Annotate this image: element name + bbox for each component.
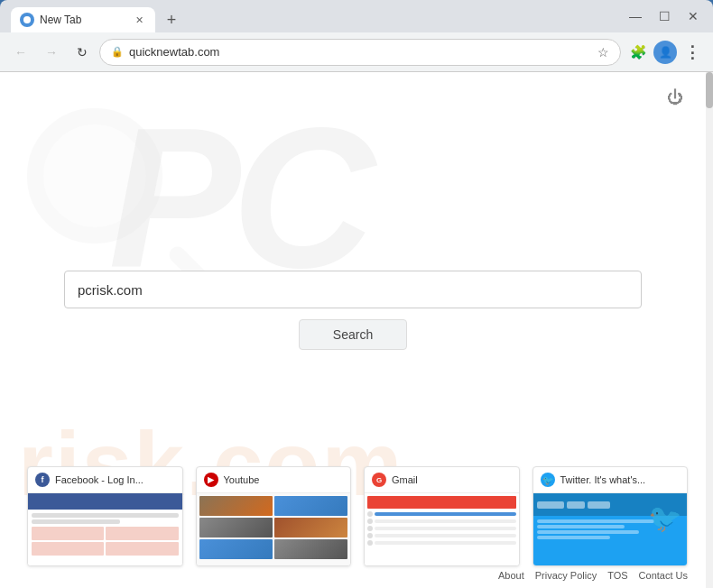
gm-header [367, 496, 516, 509]
fb-cell-2 [106, 527, 178, 540]
tab-title: New Tab [40, 14, 126, 26]
gm-row-1 [367, 511, 516, 517]
tab-new-tab[interactable]: New Tab ✕ [11, 7, 155, 32]
address-text: quicknewtab.com [129, 45, 592, 59]
gm-line-4 [375, 534, 516, 537]
back-button[interactable]: ← [7, 39, 34, 66]
gm-dot-4 [367, 533, 373, 538]
footer-links: About Privacy Policy TOS Contact Us [498, 570, 688, 581]
fb-bar-1 [32, 513, 179, 518]
search-input-value: pcrisk.com [78, 282, 143, 298]
gm-dot-3 [367, 526, 373, 531]
thumbnail-label-facebook: Facebook - Log In... [55, 474, 144, 485]
search-section: pcrisk.com Search [0, 271, 706, 350]
yt-thumb-1 [199, 496, 273, 516]
refresh-button[interactable]: ↻ [69, 39, 96, 66]
maximize-button[interactable]: ☐ [652, 4, 677, 29]
gm-row-2 [367, 519, 516, 524]
thumbnail-preview-facebook [28, 493, 182, 565]
extensions-icon[interactable]: 🧩 [625, 39, 652, 66]
gm-line-5 [375, 541, 516, 545]
titlebar: New Tab ✕ + — ☐ ✕ [0, 0, 713, 32]
footer-contact-link[interactable]: Contact Us [639, 570, 688, 581]
watermark-magnifier [27, 108, 208, 289]
gm-dot-1 [367, 511, 373, 517]
yt-row-2 [199, 518, 348, 537]
tab-favicon [20, 13, 34, 27]
fb-cell-3 [32, 542, 104, 556]
bookmark-star-icon[interactable]: ☆ [597, 45, 609, 60]
fb-grid [32, 527, 179, 556]
search-input-wrap[interactable]: pcrisk.com [64, 271, 642, 308]
thumbnail-label-gmail: Gmail [392, 474, 418, 485]
page: PC risk.com ⏻ pcrisk.com Search f Facebo… [0, 72, 706, 588]
gm-dot-5 [367, 540, 373, 546]
fb-content [28, 510, 182, 559]
thumbnail-twitter[interactable]: 🐦 Twitter. It's what's... 🐦 [532, 466, 689, 566]
thumbnail-label-youtube: Youtube [224, 474, 260, 485]
twitter-bird-icon: 🐦 [648, 502, 681, 534]
yt-thumb-2 [274, 496, 347, 516]
forward-button[interactable]: → [38, 39, 65, 66]
thumbnail-facebook[interactable]: f Facebook - Log In... [27, 466, 183, 566]
new-tab-button[interactable]: + [159, 7, 184, 32]
scrollbar[interactable] [706, 72, 713, 588]
tab-strip: New Tab ✕ + [7, 0, 619, 32]
menu-icon[interactable]: ⋮ [679, 39, 706, 66]
scrollbar-thumb[interactable] [706, 72, 713, 108]
browser-content: PC risk.com ⏻ pcrisk.com Search f Facebo… [0, 72, 713, 588]
thumbnail-label-twitter: Twitter. It's what's... [560, 474, 646, 485]
search-button[interactable]: Search [299, 319, 407, 350]
favicon-facebook: f [35, 473, 50, 487]
fb-cell-1 [32, 527, 104, 540]
fb-cell-4 [106, 542, 178, 556]
favicon-youtube: ▶ [204, 473, 218, 487]
watermark-pc-text: PC [108, 99, 366, 298]
favicon-gmail: G [372, 473, 386, 487]
fb-bar-2 [32, 519, 120, 524]
thumbnail-title-gmail: G Gmail [365, 467, 519, 493]
tw-line-3 [537, 530, 640, 534]
yt-thumb-4 [274, 518, 347, 537]
lock-icon: 🔒 [111, 46, 124, 58]
address-bar[interactable]: 🔒 quicknewtab.com ☆ [99, 39, 621, 66]
yt-thumb-6 [274, 539, 347, 559]
minimize-button[interactable]: — [623, 4, 648, 29]
footer-tos-link[interactable]: TOS [607, 570, 627, 581]
fb-header [28, 493, 182, 510]
close-button[interactable]: ✕ [681, 4, 706, 29]
footer-privacy-link[interactable]: Privacy Policy [535, 570, 597, 581]
gm-dot-2 [367, 519, 373, 524]
yt-row-1 [199, 496, 348, 516]
tab-close-button[interactable]: ✕ [132, 13, 146, 27]
tw-line-2 [537, 525, 625, 528]
titlebar-controls: — ☐ ✕ [623, 4, 706, 29]
thumbnail-title-twitter: 🐦 Twitter. It's what's... [533, 467, 688, 493]
thumbnail-title-youtube: ▶ Youtube [197, 467, 351, 493]
gm-line-2 [375, 519, 516, 523]
tw-line-4 [537, 536, 610, 539]
gm-row-3 [367, 526, 516, 531]
profile-icon[interactable]: 👤 [653, 41, 677, 64]
gm-row-4 [367, 533, 516, 538]
yt-thumb-3 [199, 518, 273, 537]
favicon-twitter: 🐦 [541, 473, 555, 487]
gm-row-5 [367, 540, 516, 546]
thumbnail-title-facebook: f Facebook - Log In... [28, 467, 182, 493]
tw-line-1 [537, 519, 654, 523]
thumbnail-preview-twitter: 🐦 [533, 493, 688, 565]
power-button[interactable]: ⏻ [662, 85, 688, 110]
gm-line-1 [375, 512, 516, 516]
tw-hcol-2 [567, 501, 585, 509]
thumbnails-section: f Facebook - Log In... [27, 466, 688, 566]
footer-about-link[interactable]: About [498, 570, 524, 581]
magnifier-circle [27, 108, 162, 243]
browser-toolbar: ← → ↻ 🔒 quicknewtab.com ☆ 🧩 👤 ⋮ [0, 32, 713, 72]
thumbnail-gmail[interactable]: G Gmail [364, 466, 520, 566]
thumbnail-youtube[interactable]: ▶ Youtube [196, 466, 352, 566]
gm-line-3 [375, 527, 516, 530]
thumbnail-preview-gmail [365, 493, 519, 565]
yt-row-3 [199, 539, 348, 559]
thumbnail-preview-youtube [197, 493, 351, 565]
toolbar-right: 🧩 👤 ⋮ [625, 39, 706, 66]
